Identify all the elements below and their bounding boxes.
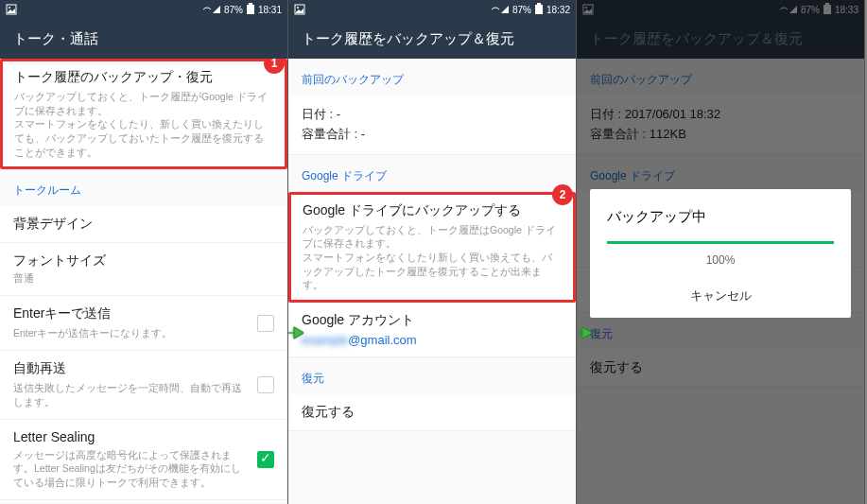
auto-resend-row[interactable]: 自動再送 送信失敗したメッセージを一定時間、自動で再送します。 xyxy=(0,351,287,419)
backup-restore-row[interactable]: トーク履歴のバックアップ・復元 バックアップしておくと、トーク履歴がGoogle… xyxy=(0,59,287,169)
restore-row[interactable]: 復元する xyxy=(288,394,576,431)
status-time: 18:32 xyxy=(546,5,570,15)
callout-badge-2: 2 xyxy=(552,184,573,205)
svg-rect-2 xyxy=(247,5,254,14)
letter-sealing-checkbox[interactable] xyxy=(257,451,274,468)
gdrive-backup-desc: バックアップしておくと、トーク履歴はGoogle ドライブに保存されます。 スマ… xyxy=(303,223,562,292)
background-design-row[interactable]: 背景デザイン xyxy=(0,206,287,243)
progress-track xyxy=(607,241,834,244)
font-size-row[interactable]: フォントサイズ 普通 xyxy=(0,243,287,296)
gdrive-backup-title: Google ドライブにバックアップする xyxy=(303,202,562,219)
backup-desc: バックアップしておくと、トーク履歴がGoogle ドライブに保存されます。 スマ… xyxy=(14,90,273,159)
progress-percent: 100% xyxy=(607,253,834,267)
battery-percent: 87% xyxy=(224,5,243,15)
dialog-title: バックアップ中 xyxy=(607,208,834,226)
page-header: トーク履歴をバックアップ＆復元 xyxy=(288,19,576,59)
screenshot-icon xyxy=(6,4,17,15)
screen-1: 87% 18:31 トーク・通話 1 トーク履歴のバックアップ・復元 バックアッ… xyxy=(0,0,288,504)
screen-2: 87% 18:32 トーク履歴をバックアップ＆復元 前回のバックアップ 日付 :… xyxy=(288,0,577,504)
section-prev-backup: 前回のバックアップ xyxy=(288,59,576,96)
backup-title: トーク履歴のバックアップ・復元 xyxy=(14,69,273,86)
svg-rect-3 xyxy=(249,3,252,5)
status-bar: 87% 18:31 xyxy=(0,0,287,19)
status-icons xyxy=(203,6,220,13)
auto-resend-checkbox[interactable] xyxy=(257,376,274,393)
enter-send-checkbox[interactable] xyxy=(257,315,274,332)
arrow-icon xyxy=(288,322,305,348)
enter-send-row[interactable]: Enterキーで送信 Enterキーが送信キーになります。 xyxy=(0,296,287,351)
section-restore: 復元 xyxy=(288,357,576,394)
cancel-button[interactable]: キャンセル xyxy=(607,280,834,306)
progress-bar xyxy=(607,241,834,244)
gdrive-backup-row[interactable]: Google ドライブにバックアップする バックアップしておくと、トーク履歴はG… xyxy=(288,192,576,303)
svg-point-1 xyxy=(9,7,10,9)
svg-rect-7 xyxy=(537,3,541,5)
screenshot-icon xyxy=(294,4,305,15)
status-time: 18:31 xyxy=(258,5,282,15)
status-bar: 87% 18:32 xyxy=(288,0,576,19)
section-gdrive: Google ドライブ xyxy=(288,155,576,192)
prev-backup-info: 日付 : - 容量合計 : - xyxy=(288,96,576,155)
section-talkroom: トークルーム xyxy=(0,169,287,206)
google-account-row[interactable]: Google アカウント example@gmail.com xyxy=(288,303,576,357)
svg-point-5 xyxy=(297,7,299,9)
backup-dialog: バックアップ中 100% キャンセル xyxy=(590,189,851,318)
arrow-icon xyxy=(577,322,594,348)
svg-rect-6 xyxy=(535,5,543,14)
battery-percent: 87% xyxy=(512,5,531,15)
battery-icon xyxy=(535,3,543,16)
screen-3: 87% 18:33 トーク履歴をバックアップ＆復元 前回のバックアップ 日付 :… xyxy=(577,0,865,504)
letter-sealing-row[interactable]: Letter Sealing メッセージは高度な暗号化によって保護されます。Le… xyxy=(0,420,287,500)
page-header: トーク・通話 xyxy=(0,19,287,59)
battery-icon xyxy=(247,3,254,16)
status-icons xyxy=(492,6,509,13)
account-email: example@gmail.com xyxy=(302,333,563,347)
